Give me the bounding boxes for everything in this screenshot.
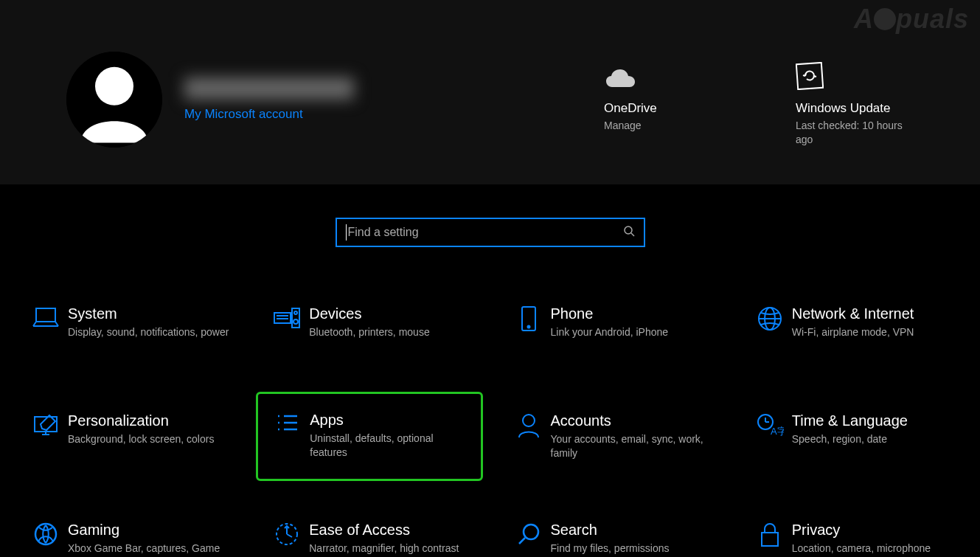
onedrive-status: Manage	[604, 119, 642, 132]
search-icon	[623, 225, 635, 240]
category-ease-of-access[interactable]: Ease of Access Narrator, magnifier, high…	[256, 511, 482, 557]
category-gaming[interactable]: Gaming Xbox Game Bar, captures, Game Mod…	[15, 511, 241, 557]
onedrive-title: OneDrive	[604, 101, 657, 116]
onedrive-tile[interactable]: OneDrive Manage	[604, 53, 722, 145]
category-privacy[interactable]: Privacy Location, camera, microphone	[739, 511, 965, 557]
svg-point-3	[625, 226, 632, 234]
category-desc: Display, sound, notifications, power	[68, 325, 230, 339]
update-title: Windows Update	[796, 101, 891, 116]
text-caret	[346, 224, 347, 241]
svg-point-11	[293, 319, 298, 324]
category-title: Gaming	[68, 522, 232, 539]
category-title: Phone	[551, 305, 715, 322]
svg-line-4	[631, 233, 634, 236]
category-desc: Uninstall, defaults, optional features	[310, 432, 472, 460]
category-desc: Narrator, magnifier, high contrast	[309, 542, 471, 556]
category-title: Time & Language	[792, 412, 956, 429]
category-title: Apps	[310, 412, 473, 429]
svg-rect-2	[796, 63, 823, 89]
svg-point-26	[523, 415, 535, 426]
paint-monitor-icon	[24, 412, 68, 437]
category-desc: Xbox Game Bar, captures, Game Mode	[68, 542, 230, 557]
laptop-icon	[24, 305, 68, 329]
category-system[interactable]: System Display, sound, notifications, po…	[15, 295, 241, 361]
phone-icon	[507, 305, 551, 332]
my-microsoft-account-link[interactable]: My Microsoft account	[184, 107, 354, 122]
category-phone[interactable]: Phone Link your Android, iPhone	[498, 295, 724, 361]
category-apps[interactable]: Apps Uninstall, defaults, optional featu…	[256, 392, 482, 481]
settings-header: My Microsoft account OneDrive Manage Win…	[0, 0, 980, 184]
category-accounts[interactable]: Accounts Your accounts, email, sync, wor…	[498, 402, 724, 471]
settings-categories-grid: System Display, sound, notifications, po…	[0, 273, 980, 557]
category-title: Personalization	[68, 412, 232, 429]
user-avatar[interactable]	[66, 52, 162, 148]
category-desc: Bluetooth, printers, mouse	[309, 325, 471, 339]
globe-icon	[748, 305, 792, 332]
category-network[interactable]: Network & Internet Wi-Fi, airplane mode,…	[739, 295, 965, 361]
search-settings-box[interactable]	[336, 218, 645, 247]
svg-point-1	[95, 67, 133, 105]
category-desc: Background, lock screen, colors	[68, 432, 230, 446]
account-name-redacted	[184, 77, 354, 100]
category-search[interactable]: Search Find my files, permissions	[498, 511, 724, 557]
svg-point-33	[524, 525, 538, 539]
category-time-language[interactable]: A字 Time & Language Speech, region, date	[739, 402, 965, 471]
category-title: Network & Internet	[792, 305, 956, 322]
update-icon	[796, 53, 824, 90]
xbox-icon	[24, 522, 68, 547]
category-title: Devices	[309, 305, 473, 322]
svg-rect-5	[36, 308, 55, 322]
search-input[interactable]	[348, 226, 623, 239]
category-desc: Your accounts, email, sync, work, family	[551, 432, 713, 460]
keyboard-speaker-icon	[265, 305, 309, 331]
ease-of-access-icon	[265, 522, 309, 547]
category-title: Search	[551, 522, 715, 539]
list-icon	[265, 412, 310, 434]
clock-language-icon: A字	[748, 412, 792, 437]
category-personalization[interactable]: Personalization Background, lock screen,…	[15, 402, 241, 471]
lock-icon	[748, 522, 792, 548]
category-title: Privacy	[792, 522, 956, 539]
svg-point-13	[527, 326, 529, 328]
person-icon	[66, 52, 162, 148]
category-desc: Find my files, permissions	[551, 542, 713, 556]
category-desc: Wi-Fi, airplane mode, VPN	[792, 325, 954, 339]
svg-line-34	[519, 538, 525, 544]
svg-point-10	[294, 311, 297, 314]
person-outline-icon	[507, 412, 551, 439]
category-desc: Location, camera, microphone	[792, 542, 954, 556]
magnifier-icon	[507, 522, 551, 547]
category-title: System	[68, 305, 232, 322]
windows-update-tile[interactable]: Windows Update Last checked: 10 hours ag…	[796, 53, 914, 145]
category-desc: Speech, region, date	[792, 432, 954, 446]
category-title: Ease of Access	[309, 522, 473, 539]
svg-rect-35	[762, 533, 778, 546]
category-desc: Link your Android, iPhone	[551, 325, 713, 339]
category-devices[interactable]: Devices Bluetooth, printers, mouse	[256, 295, 482, 361]
category-title: Accounts	[551, 412, 715, 429]
watermark-logo: Apuals	[854, 4, 969, 35]
svg-text:A字: A字	[771, 426, 784, 437]
cloud-icon	[604, 53, 637, 90]
update-status: Last checked: 10 hours ago	[796, 119, 914, 145]
